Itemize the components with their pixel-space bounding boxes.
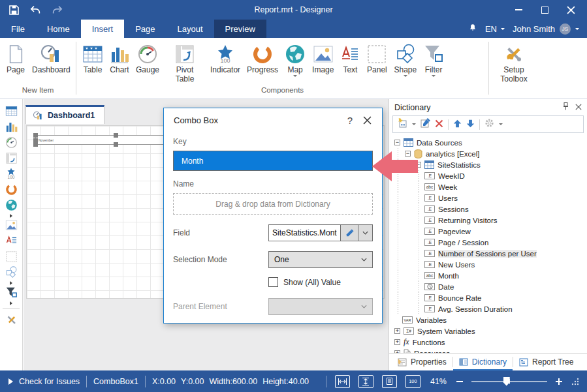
- tree-item-bounce-rate[interactable]: .EBounce Rate: [393, 292, 586, 303]
- show-all-value-checkbox[interactable]: [268, 277, 278, 287]
- zoom-out-button[interactable]: [456, 381, 463, 382]
- resize-grip-icon[interactable]: [571, 377, 579, 385]
- tree-item-system-variables[interactable]: +Σ#System Variables: [393, 325, 586, 337]
- ribbon-item-setup-toolbox[interactable]: Setup Toolbox: [492, 42, 536, 85]
- selection-mode-select[interactable]: One: [268, 251, 373, 268]
- minimize-button[interactable]: [513, 4, 524, 16]
- edit-button[interactable]: [420, 118, 430, 130]
- chart-icon[interactable]: [2, 119, 20, 134]
- ribbon-item-panel[interactable]: Panel: [363, 42, 390, 76]
- user-menu[interactable]: John Smith JS: [513, 23, 579, 35]
- tab-layout[interactable]: Layout: [167, 20, 214, 38]
- tree-item-sessions[interactable]: .ESessions: [393, 204, 586, 215]
- tree-item-page-session[interactable]: .EPage / Session: [393, 237, 586, 248]
- ribbon-item-map[interactable]: Map: [281, 42, 309, 78]
- move-down-button[interactable]: [466, 119, 475, 130]
- tree-item-analytics[interactable]: −analytics [Excel]: [393, 148, 586, 159]
- shape-icon[interactable]: [2, 265, 20, 280]
- tree-item-month[interactable]: abcMonth: [393, 270, 586, 281]
- key-value-field[interactable]: Month: [173, 151, 373, 171]
- selection-handle[interactable]: [114, 133, 118, 138]
- selection-handle[interactable]: [114, 142, 118, 147]
- progress-icon[interactable]: [2, 182, 20, 197]
- ribbon-item-page[interactable]: Page: [3, 42, 29, 76]
- indicator-icon[interactable]: 100: [2, 166, 20, 181]
- tab-dictionary[interactable]: Dictionary: [453, 354, 513, 370]
- filter-submenu-arrow-icon[interactable]: [0, 301, 22, 305]
- tree-item-data-sources[interactable]: −Data Sources: [393, 137, 586, 148]
- tab-page[interactable]: Page: [124, 20, 166, 38]
- tab-properties[interactable]: Properties: [392, 354, 452, 370]
- tree-item-sitestatistics[interactable]: −SiteStatistics: [393, 159, 586, 170]
- tree-item-new-users[interactable]: .ENew Users: [393, 259, 586, 270]
- redo-icon[interactable]: [51, 4, 63, 16]
- name-drop-zone[interactable]: Drag & drop data from Dictionary: [173, 193, 373, 215]
- ribbon-item-indicator[interactable]: 100 Indicator: [207, 42, 244, 76]
- panel-icon[interactable]: [2, 249, 20, 264]
- setup-toolbox-icon[interactable]: [2, 312, 20, 327]
- save-icon[interactable]: [8, 4, 20, 16]
- ribbon-item-progress[interactable]: Progress: [244, 42, 281, 76]
- align-page-width-icon[interactable]: [335, 375, 350, 388]
- tree-item-variables[interactable]: VARVariables: [393, 314, 586, 325]
- tab-dashboard1[interactable]: Dashboard1: [25, 105, 104, 124]
- tab-insert[interactable]: Insert: [81, 20, 125, 38]
- align-page-height-icon[interactable]: [358, 375, 373, 388]
- ribbon-item-text[interactable]: Text: [337, 42, 363, 76]
- image-icon[interactable]: [2, 218, 20, 233]
- tree-item-number-of-sessions-per-user[interactable]: .ENumber of Sessions per User: [393, 248, 586, 259]
- new-item-button[interactable]: [397, 118, 407, 130]
- table-icon[interactable]: [2, 104, 20, 119]
- tab-home[interactable]: Home: [36, 20, 81, 38]
- tree-item-avg-session-duration[interactable]: .EAvg. Session Duration: [393, 303, 586, 314]
- tree-item-date[interactable]: Date: [393, 281, 586, 292]
- map-icon[interactable]: [2, 198, 20, 213]
- ribbon-item-pivot-table[interactable]: Pivot Table: [163, 42, 207, 85]
- tree-item-weekid[interactable]: .EWeekID: [393, 170, 586, 181]
- pin-icon[interactable]: [563, 102, 569, 112]
- ribbon-item-shape[interactable]: Shape: [390, 42, 420, 78]
- pivot-table-icon[interactable]: [2, 151, 20, 166]
- field-dropdown-button[interactable]: [358, 224, 373, 241]
- field-edit-button[interactable]: [341, 224, 358, 241]
- maximize-button[interactable]: [539, 4, 550, 16]
- ribbon-item-gauge[interactable]: Gauge: [133, 42, 163, 76]
- delete-button[interactable]: [435, 119, 443, 130]
- help-button[interactable]: ?: [338, 115, 362, 126]
- zoom-in-button[interactable]: [556, 378, 562, 385]
- dialog-close-button[interactable]: [362, 116, 372, 125]
- tree-item-week[interactable]: abcWeek: [393, 181, 586, 192]
- selection-handle[interactable]: [33, 133, 38, 138]
- tree-item-users[interactable]: .EUsers: [393, 192, 586, 204]
- zoom-slider-thumb[interactable]: [503, 377, 510, 386]
- gauge-icon[interactable]: [2, 135, 20, 150]
- filter-icon[interactable]: [2, 285, 20, 300]
- tab-file[interactable]: File: [0, 20, 36, 38]
- check-for-issues-button[interactable]: Check for Issues: [8, 377, 80, 386]
- field-input[interactable]: [268, 224, 341, 241]
- tree-item-functions[interactable]: +fxFunctions: [393, 337, 586, 348]
- zoom-100-icon[interactable]: 100: [405, 375, 420, 388]
- page-view-icon[interactable]: [382, 375, 397, 388]
- tab-report-tree[interactable]: Report Tree: [513, 354, 579, 370]
- new-item-dropdown-icon[interactable]: [412, 123, 416, 125]
- move-up-button[interactable]: [453, 119, 462, 130]
- gear-icon[interactable]: [484, 118, 494, 130]
- close-button[interactable]: [565, 4, 577, 16]
- map-submenu-arrow-icon[interactable]: [0, 213, 22, 218]
- text-icon[interactable]: [2, 234, 20, 249]
- tab-preview[interactable]: Preview: [214, 20, 266, 38]
- ribbon-item-table[interactable]: Table: [79, 42, 106, 76]
- parent-element-select[interactable]: [268, 298, 373, 315]
- ribbon-item-filter[interactable]: Filter: [420, 42, 447, 78]
- undo-icon[interactable]: [29, 4, 41, 16]
- language-selector[interactable]: EN: [485, 24, 505, 34]
- ribbon-item-dashboard[interactable]: Dashboard: [29, 42, 73, 76]
- panel-close-icon[interactable]: [575, 103, 582, 112]
- ribbon-item-image[interactable]: Image: [309, 42, 337, 76]
- shape-submenu-arrow-icon[interactable]: [0, 280, 22, 285]
- notification-bell-icon[interactable]: [468, 23, 477, 35]
- gear-dropdown-icon[interactable]: [499, 123, 503, 125]
- selection-handle[interactable]: [33, 142, 38, 147]
- zoom-slider[interactable]: [471, 381, 547, 382]
